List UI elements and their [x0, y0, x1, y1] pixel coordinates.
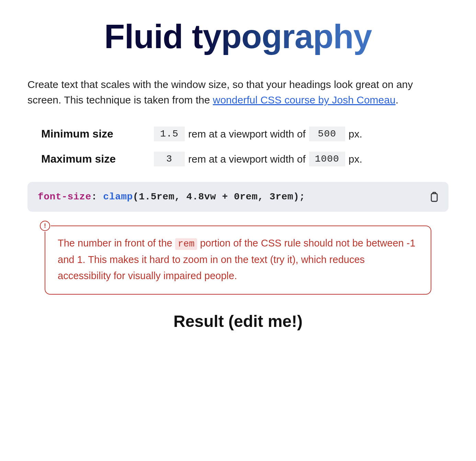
- page-title: Fluid typography: [27, 17, 449, 56]
- copy-button[interactable]: [428, 191, 440, 203]
- code-property: font-size: [38, 191, 91, 202]
- clipboard-icon: [428, 191, 440, 203]
- max-size-label: Maximum size: [41, 153, 144, 165]
- min-viewport-input[interactable]: [309, 127, 345, 141]
- max-viewport-input[interactable]: [309, 152, 345, 166]
- alert-icon: !: [40, 221, 50, 231]
- max-size-unit-text: rem at a viewport width of: [188, 153, 306, 165]
- max-size-row: rem at a viewport width of px.: [154, 152, 449, 166]
- min-size-unit-text: rem at a viewport width of: [188, 128, 306, 140]
- max-size-input[interactable]: [154, 152, 185, 166]
- svg-rect-0: [431, 194, 437, 201]
- warning-text-before: The number in front of the: [58, 238, 175, 249]
- result-heading[interactable]: Result (edit me!): [27, 312, 449, 331]
- min-viewport-unit-text: px.: [349, 128, 362, 140]
- css-output: font-size: clamp(1.5rem, 4.8vw + 0rem, 3…: [27, 182, 449, 212]
- accessibility-warning: ! The number in front of the rem portion…: [45, 226, 431, 295]
- min-size-label: Minimum size: [41, 128, 144, 140]
- code-rest: (1.5rem, 4.8vw + 0rem, 3rem);: [133, 191, 305, 202]
- warning-code-token: rem: [175, 238, 197, 250]
- intro-text-after: .: [396, 94, 398, 106]
- course-link[interactable]: wonderful CSS course by Josh Comeau: [213, 94, 396, 106]
- intro-paragraph: Create text that scales with the window …: [27, 77, 449, 108]
- max-viewport-unit-text: px.: [349, 153, 362, 165]
- controls-grid: Minimum size rem at a viewport width of …: [27, 127, 449, 166]
- code-colon: :: [91, 191, 103, 202]
- code-function: clamp: [103, 191, 133, 202]
- min-size-input[interactable]: [154, 127, 185, 141]
- warning-icon-wrapper: !: [39, 220, 51, 232]
- min-size-row: rem at a viewport width of px.: [154, 127, 449, 141]
